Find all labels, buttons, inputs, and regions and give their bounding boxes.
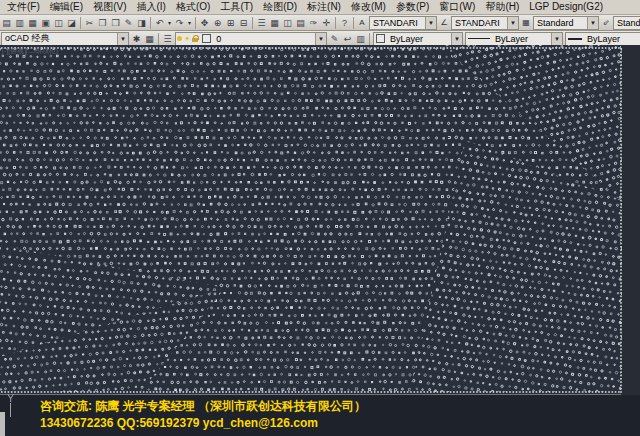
window-edge-bar (0, 412, 5, 436)
menu-item-view[interactable]: 视图(V) (88, 0, 131, 14)
menu-bar: 文件(F)编辑(E)视图(V)插入(I)格式(O)工具(T)绘图(D)标注(N)… (0, 0, 640, 15)
help-icon[interactable]: ? (338, 16, 351, 29)
layer-name-value: 0 (213, 34, 315, 44)
menu-item-format[interactable]: 格式(O) (171, 0, 215, 14)
layer-states-icon[interactable]: ▥ (354, 32, 367, 45)
workspace-value: oCAD 经典 (2, 32, 117, 45)
zoom-window-icon[interactable]: ⊞ (224, 16, 237, 29)
layer-color-swatch[interactable] (202, 34, 211, 43)
lineweight-combo[interactable]: ByLayer ▼ (565, 32, 640, 46)
menu-item-lgp-design[interactable]: LGP Design(G2) (524, 0, 608, 14)
menu-item-parametric[interactable]: 参数(P) (391, 0, 434, 14)
qnew-icon[interactable]: ▤ (0, 16, 13, 29)
workspace-save-icon[interactable]: ▦ (143, 32, 156, 45)
text-style-icon[interactable]: A (356, 17, 368, 29)
copy-icon[interactable]: ❐ (96, 16, 109, 29)
drawing-area[interactable]: [-][俯视][二维线框] Y 咨询交流: 陈鹰 光学专案经理 （深圳市跃创达科… (0, 45, 640, 436)
layer-lock-icon[interactable] (192, 35, 199, 43)
toolbar-separator (80, 17, 81, 29)
ucs-y-axis-line (10, 403, 11, 417)
color-value: ByLayer (387, 34, 451, 44)
undo-dropdown-icon[interactable]: ▾ (166, 16, 173, 29)
publish-icon[interactable]: ◪ (65, 16, 78, 29)
mleader-style-combo[interactable]: Standard (613, 16, 640, 30)
redo-icon[interactable]: ↷ (173, 16, 186, 29)
paste-icon[interactable]: ❒ (109, 16, 122, 29)
mleader-style-value: Standard (614, 18, 640, 28)
toolbar-separator (195, 17, 196, 29)
workspace-combo[interactable]: oCAD 经典 ▼ (1, 32, 129, 46)
layer-properties-icon[interactable]: ☰ (161, 32, 174, 45)
viewport-controls-label[interactable]: [-][俯视][二维线框] (2, 46, 58, 56)
quickcalc-icon[interactable]: ✛ (320, 16, 333, 29)
dim-style-combo[interactable]: STANDARI ▼ (451, 16, 519, 30)
layer-previous-icon[interactable]: ↩ (341, 32, 354, 45)
toolbar-separator (252, 17, 253, 29)
chevron-down-icon[interactable]: ▼ (551, 33, 562, 45)
menu-item-dimension[interactable]: 标注(N) (302, 0, 346, 14)
chevron-down-icon[interactable]: ▼ (451, 33, 462, 45)
plot-icon[interactable]: ▣ (39, 16, 52, 29)
linetype-combo[interactable]: ByLayer ▼ (465, 32, 563, 46)
menu-item-insert[interactable]: 插入(I) (131, 0, 170, 14)
ad-contact-line: 咨询交流: 陈鹰 光学专案经理 （深圳市跃创达科技有限公司） (40, 398, 366, 415)
mleader-style-icon[interactable]: ⇙ (600, 17, 612, 29)
standard-toolbar: ▤▥▦▣◫◪✂❐❒✎◨↶▾↷▾✥⊕⊞⊟☰▦◫▤✑✛? A STANDARI ▼ … (0, 15, 640, 31)
dim-style-value: STANDARI (452, 18, 507, 28)
markup-icon[interactable]: ✑ (307, 16, 320, 29)
autocad-window: 文件(F)编辑(E)视图(V)插入(I)格式(O)工具(T)绘图(D)标注(N)… (0, 0, 640, 436)
ad-phone-line: 13430672236 QQ:569192379 ycd_chen@126.co… (40, 416, 318, 430)
linetype-value: ByLayer (492, 34, 551, 44)
tool-palettes-icon[interactable]: ◫ (281, 16, 294, 29)
toolbar-separator (150, 17, 151, 29)
cut-icon[interactable]: ✂ (83, 16, 96, 29)
toolbar-separator (158, 33, 159, 45)
dim-style-icon[interactable]: ∠ (438, 17, 450, 29)
chevron-down-icon[interactable]: ▼ (425, 17, 436, 29)
ad-overlay-band: 咨询交流: 陈鹰 光学专案经理 （深圳市跃创达科技有限公司） 134306722… (0, 395, 640, 436)
menu-item-edit[interactable]: 编辑(E) (45, 0, 88, 14)
properties-icon[interactable]: ☰ (255, 16, 268, 29)
designcenter-icon[interactable]: ▦ (268, 16, 281, 29)
toolbar-separator (353, 17, 354, 29)
menu-item-modify[interactable]: 修改(M) (346, 0, 391, 14)
table-style-value: Standard (534, 18, 587, 28)
lgp-dot-pattern[interactable] (0, 45, 640, 395)
chevron-down-icon[interactable]: ▼ (507, 17, 518, 29)
workspace-settings-icon[interactable]: ✱ (130, 32, 143, 45)
undo-icon[interactable]: ↶ (153, 16, 166, 29)
text-style-value: STANDARI (370, 18, 425, 28)
menu-item-help[interactable]: 帮助(H) (480, 0, 524, 14)
menu-item-window[interactable]: 窗口(W) (434, 0, 480, 14)
lineweight-sample (568, 38, 582, 40)
redo-dropdown-icon[interactable]: ▾ (186, 16, 193, 29)
color-swatch (376, 34, 385, 43)
toolbar-separator (369, 33, 370, 45)
toolbar-separator (335, 17, 336, 29)
plot-preview-icon[interactable]: ◫ (52, 16, 65, 29)
menu-item-file[interactable]: 文件(F) (2, 0, 45, 14)
lineweight-value: ByLayer (584, 34, 640, 44)
chevron-down-icon[interactable]: ▼ (117, 33, 128, 45)
layer-combo[interactable]: ☀ 0 ▼ (175, 32, 327, 46)
chevron-down-icon[interactable]: ▼ (587, 17, 598, 29)
block-editor-icon[interactable]: ◨ (135, 16, 148, 29)
layer-freeze-sun-icon[interactable]: ☀ (184, 35, 190, 43)
match-properties-icon[interactable]: ✎ (122, 16, 135, 29)
open-icon[interactable]: ▥ (13, 16, 26, 29)
pan-icon[interactable]: ✥ (198, 16, 211, 29)
layer-on-bulb-icon[interactable] (177, 36, 182, 41)
chevron-down-icon[interactable]: ▼ (315, 33, 326, 45)
save-icon[interactable]: ▦ (26, 16, 39, 29)
table-style-icon[interactable]: ▦ (520, 17, 532, 29)
make-layer-current-icon[interactable]: ✎ (328, 32, 341, 45)
table-style-combo[interactable]: Standard ▼ (533, 16, 599, 30)
menu-item-tools[interactable]: 工具(T) (215, 0, 258, 14)
linetype-sample (468, 38, 490, 39)
zoom-previous-icon[interactable]: ⊟ (237, 16, 250, 29)
text-style-combo[interactable]: STANDARI ▼ (369, 16, 437, 30)
menu-item-draw[interactable]: 绘图(D) (258, 0, 302, 14)
zoom-realtime-icon[interactable]: ⊕ (211, 16, 224, 29)
sheet-set-icon[interactable]: ▤ (294, 16, 307, 29)
color-combo[interactable]: ByLayer ▼ (373, 32, 463, 46)
